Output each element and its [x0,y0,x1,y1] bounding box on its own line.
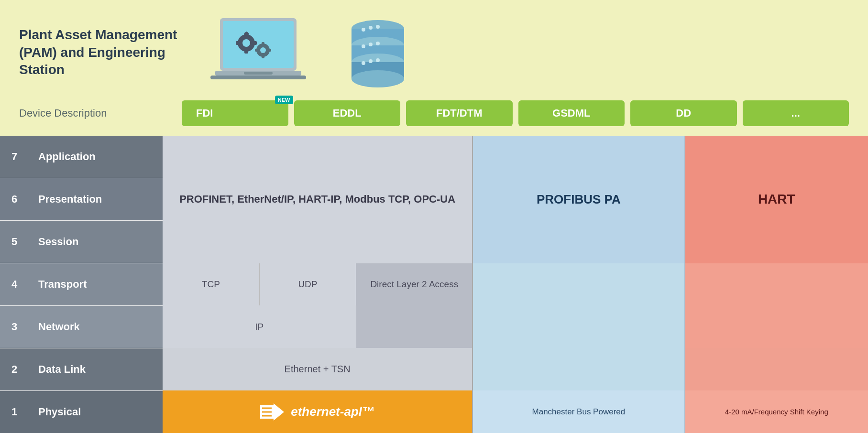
profibus-column: PROFIBUS PA Manchester Bus Powered [473,136,685,433]
icons-row [210,14,849,91]
direct-layer-text: Direct Layer 2 Access [370,279,458,290]
layer-row-3: 3 Network [0,306,163,348]
svg-point-32 [362,61,365,65]
profibus-label-text: PROFIBUS PA [537,192,621,207]
layer-4-name: Transport [29,263,163,305]
ethernet-tsn-text: Ethernet + TSN [285,364,351,375]
svg-rect-18 [244,72,273,75]
svg-rect-14 [255,49,259,52]
profibus-transport-cell [473,263,684,348]
layer-1-num: 1 [0,391,29,433]
gsdml-button[interactable]: GSDML [518,100,625,126]
hart-label-text: HART [758,192,795,207]
svg-point-11 [260,47,266,53]
ethernet-protocols-text: PROFINET, EtherNet/IP, HART-IP, Modbus T… [179,192,455,207]
network-layer-cell: IP [163,305,472,348]
main-container: Plant Asset Management (PAM) and Enginee… [0,0,868,433]
tcp-cell: TCP [163,263,260,306]
page-title: Plant Asset Management (PAM) and Enginee… [19,26,182,78]
svg-point-31 [352,70,404,87]
svg-point-28 [369,43,373,46]
svg-point-23 [369,26,373,30]
svg-rect-17 [210,76,306,79]
top-section: Plant Asset Management (PAM) and Enginee… [0,0,868,136]
ethernet-column: PROFINET, EtherNet/IP, HART-IP, Modbus T… [163,136,473,433]
layer-1-name: Physical [29,391,163,433]
profibus-label-cell: PROFIBUS PA [473,136,684,263]
layer-6-num: 6 [0,178,29,220]
ethernet-apl-logo: ethernet-apl™ [260,403,374,421]
physical-apl-cell: ethernet-apl™ [163,390,472,433]
layer-5-name: Session [29,221,163,263]
layer-row-4: 4 Transport [0,263,163,306]
transport-layer-cell: TCP UDP Direct Layer 2 Access [163,263,472,306]
fdi-button[interactable]: FDI NEW [182,100,288,126]
device-description-row: Device Description FDI NEW EDDL FDT/DTM … [19,100,849,126]
content-columns: PROFINET, EtherNet/IP, HART-IP, Modbus T… [163,136,868,433]
direct-layer-cell: Direct Layer 2 Access [356,263,472,306]
svg-rect-15 [267,49,271,52]
svg-point-3 [242,39,250,47]
layer-row-7: 7 Application [0,136,163,178]
layer-row-6: 6 Presentation [0,178,163,221]
fdt-button[interactable]: FDT/DTM [406,100,513,126]
layer-row-1: 1 Physical [0,391,163,433]
svg-point-33 [369,59,373,63]
svg-rect-1 [223,21,294,68]
hart-physical-text: 4-20 mA/Frequency Shift Keying [725,408,828,416]
hart-transport-cell [685,263,868,348]
layer-7-num: 7 [0,136,29,178]
svg-point-27 [362,44,365,48]
svg-point-34 [376,58,380,62]
svg-rect-6 [236,41,241,45]
layer-row-5: 5 Session [0,221,163,263]
svg-rect-13 [262,54,264,58]
layer-4-num: 4 [0,263,29,305]
hart-column: HART 4-20 mA/Frequency Shift Keying [685,136,868,433]
layer-5-num: 5 [0,221,29,263]
left-labels: 7 Application 6 Presentation 5 Session 4… [0,136,163,433]
apl-arrow-icon [260,403,284,421]
dd-button[interactable]: DD [630,100,737,126]
profibus-physical-cell: Manchester Bus Powered [473,390,684,433]
hart-datalink-cell [685,348,868,390]
title-block: Plant Asset Management (PAM) and Enginee… [19,26,182,78]
svg-point-22 [362,28,365,32]
ethernet-protocols-cell: PROFINET, EtherNet/IP, HART-IP, Modbus T… [163,136,472,263]
hart-physical-cell: 4-20 mA/Frequency Shift Keying [685,390,868,433]
layer-2-name: Data Link [29,348,163,390]
layer-3-num: 3 [0,306,29,348]
database-icon [344,14,411,91]
ip-direct-row: IP [163,305,472,348]
direct-box-bottom [356,305,472,348]
ip-cell: IP [163,305,356,348]
eddl-button[interactable]: EDDL [294,100,401,126]
osi-layers-section: 7 Application 6 Presentation 5 Session 4… [0,136,868,433]
osi-wrapper: 7 Application 6 Presentation 5 Session 4… [0,136,868,433]
device-description-label: Device Description [19,107,182,119]
dd-buttons: FDI NEW EDDL FDT/DTM GSDML DD ... [182,100,849,126]
layer-2-num: 2 [0,348,29,390]
svg-point-24 [376,25,380,29]
tcp-udp-direct: TCP UDP Direct Layer 2 Access [163,263,472,306]
layer-3-name: Network [29,306,163,348]
hart-label-cell: HART [685,136,868,263]
layer-row-2: 2 Data Link [0,348,163,391]
udp-cell: UDP [260,263,357,306]
apl-label: ethernet-apl™ [291,404,374,419]
laptop-icon [210,14,306,91]
svg-rect-5 [244,49,248,54]
svg-rect-7 [252,41,257,45]
profibus-physical-text: Manchester Bus Powered [532,407,626,417]
svg-rect-12 [262,42,264,46]
profibus-datalink-cell [473,348,684,390]
more-button[interactable]: ... [743,100,849,126]
datalink-layer-cell: Ethernet + TSN [163,348,472,390]
layer-6-name: Presentation [29,178,163,220]
layer-7-name: Application [29,136,163,178]
new-badge: NEW [275,96,293,104]
svg-point-29 [376,42,380,45]
